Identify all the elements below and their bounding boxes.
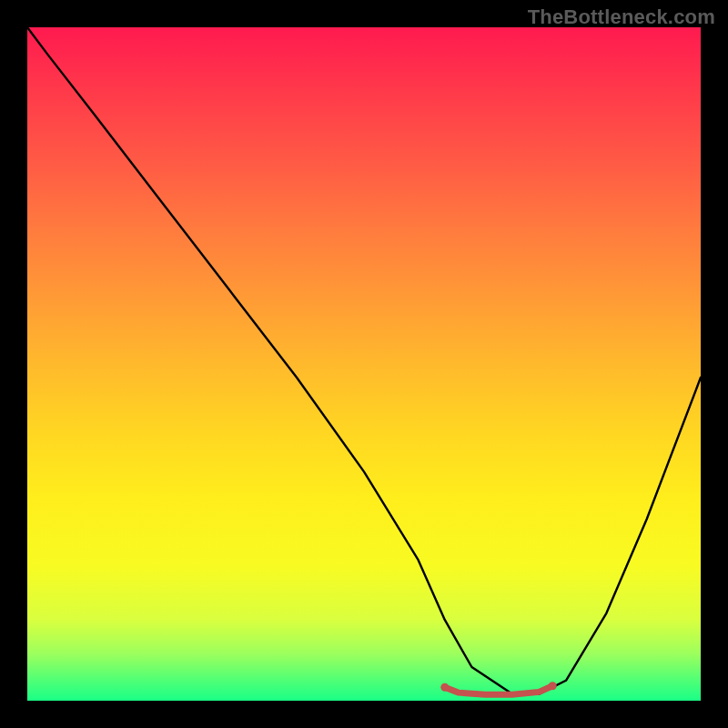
flat-segment-start-dot [440,683,449,692]
bottleneck-curve-line [27,27,701,694]
flat-segment-end-dot [549,682,557,690]
watermark-text: TheBottleneck.com [528,5,715,29]
plot-area [27,27,701,701]
page-frame: TheBottleneck.com [0,0,728,728]
flat-segment-marker [445,686,552,695]
chart-svg [27,27,701,701]
